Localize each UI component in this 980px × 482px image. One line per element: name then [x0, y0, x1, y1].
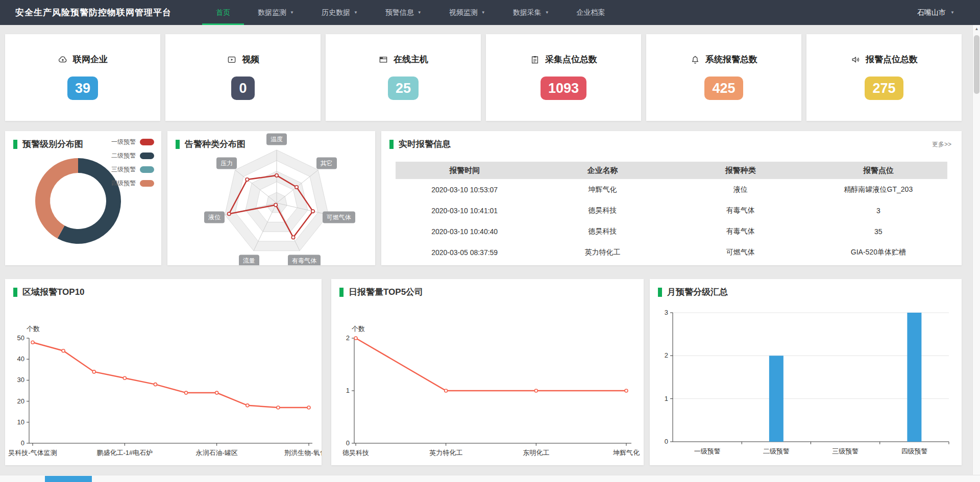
stat-card-online-hosts: 在线主机25 — [326, 34, 481, 121]
panel-title-text: 预警级别分布图 — [22, 138, 83, 150]
nav-menu: 首页数据监测▼历史数据▼预警信息▼视频监测▼数据采集▼企业档案 — [202, 0, 619, 25]
vertical-scrollbar-thumb[interactable] — [974, 35, 979, 94]
nav-item-label: 数据监测 — [258, 8, 286, 17]
more-link[interactable]: 更多>> — [932, 140, 951, 149]
nav-item-enterprise-archive[interactable]: 企业档案 — [563, 0, 619, 25]
radar-axis-label: 流量 — [239, 255, 259, 265]
panel-title-text: 月预警分级汇总 — [667, 286, 728, 298]
alarm-row[interactable]: 2020-03-10 10:53:07坤辉气化液位精醇南罐液位GT_203 — [396, 179, 947, 200]
chevron-down-icon: ▼ — [290, 10, 294, 15]
title-accent-bar — [658, 288, 662, 297]
svg-text:个数: 个数 — [27, 325, 40, 333]
legend-label: 一级预警 — [111, 138, 136, 146]
monthly-summary-bar-chart[interactable]: 0123一级预警二级预警三级预警四级预警 — [650, 279, 962, 465]
daily-top5-line-chart[interactable]: 个数012德昊科技英力特化工东明化工坤辉气化 — [331, 279, 644, 465]
stat-card-system-alarms-total: 系统报警总数425 — [646, 34, 801, 121]
stat-card-title: 视频 — [165, 34, 321, 65]
horizontal-scrollbar[interactable] — [0, 475, 980, 482]
panel-region-top10: 区域报警TOP10 个数01020304050昊科技-气体监测鹏盛化工-1#电石… — [5, 279, 322, 465]
svg-text:昊科技-气体监测: 昊科技-气体监测 — [8, 449, 57, 456]
stat-card-value: 39 — [67, 77, 98, 100]
panel-title: 预警级别分布图 — [13, 138, 83, 150]
svg-text:二级预警: 二级预警 — [763, 447, 790, 455]
stat-card-value: 0 — [231, 77, 255, 100]
stat-card-label: 系统报警总数 — [705, 54, 757, 65]
stat-card-label: 联网企业 — [73, 54, 108, 65]
cell-point: 35 — [810, 227, 947, 236]
alarm-row[interactable]: 2020-03-05 08:37:59英力特化工可燃气体GIA-520单体贮槽 — [396, 242, 947, 263]
legend-item-4[interactable]: 四级预警 — [111, 176, 154, 190]
legend-item-2[interactable]: 二级预警 — [111, 149, 154, 163]
panel-title-text: 区域报警TOP10 — [22, 286, 85, 298]
svg-text:英力特化工: 英力特化工 — [429, 449, 462, 456]
svg-text:德昊科技: 德昊科技 — [342, 449, 369, 456]
chevron-down-icon: ▼ — [950, 10, 954, 15]
radar-axis-label: 温度 — [266, 134, 287, 145]
legend-label: 四级预警 — [111, 179, 136, 188]
stat-card-value: 1093 — [541, 77, 586, 100]
alarm-row[interactable]: 2020-03-10 10:40:40德昊科技有毒气体35 — [396, 221, 947, 242]
vertical-scrollbar[interactable]: ▲ — [972, 25, 980, 475]
chevron-down-icon: ▼ — [354, 10, 358, 15]
host-icon — [378, 55, 388, 65]
title-accent-bar — [339, 288, 344, 297]
svg-text:0: 0 — [665, 438, 668, 445]
cell-type: 有毒气体 — [672, 206, 810, 215]
radar-axis-label: 其它 — [316, 158, 337, 169]
title-accent-bar — [13, 140, 17, 149]
legend-label: 三级预警 — [111, 165, 136, 174]
nav-item-label: 预警信息 — [385, 8, 414, 17]
stat-card-online-enterprises: 联网企业39 — [5, 34, 160, 121]
svg-text:40: 40 — [17, 355, 24, 363]
panel-title: 实时报警信息 — [389, 138, 451, 150]
stat-card-alarm-points-total: 报警点位总数275 — [806, 34, 962, 121]
realtime-alarm-table: 报警时间企业名称报警种类报警点位2020-03-10 10:53:07坤辉气化液… — [396, 162, 947, 263]
stat-card-value: 275 — [865, 77, 903, 100]
panel-title-text: 告警种类分布图 — [185, 138, 246, 150]
radar-axis-label: 有毒气体 — [288, 255, 321, 265]
nav-item-home[interactable]: 首页 — [202, 0, 244, 25]
title-accent-bar — [389, 140, 394, 149]
chevron-down-icon: ▼ — [418, 10, 422, 15]
column-header-point: 报警点位 — [810, 166, 947, 175]
stat-card-videos: 视频0 — [165, 34, 321, 121]
cell-type: 有毒气体 — [672, 227, 810, 236]
radar-axis-label: 可燃气体 — [323, 211, 355, 223]
cell-time: 2020-03-10 10:53:07 — [396, 186, 533, 194]
legend-item-3[interactable]: 三级预警 — [111, 163, 154, 176]
cell-company: 德昊科技 — [533, 206, 671, 215]
scroll-up-icon[interactable]: ▲ — [973, 27, 980, 31]
horizontal-scrollbar-thumb[interactable] — [45, 476, 92, 482]
stat-card-label: 采集点位总数 — [545, 54, 597, 65]
svg-text:10: 10 — [17, 418, 24, 426]
nav-item-data-monitor[interactable]: 数据监测▼ — [244, 0, 308, 25]
svg-text:1: 1 — [665, 395, 668, 402]
panel-monthly-summary: 月预警分级汇总 0123一级预警二级预警三级预警四级预警 — [650, 279, 962, 465]
title-accent-bar — [13, 288, 17, 297]
svg-text:3: 3 — [665, 309, 668, 316]
svg-text:三级预警: 三级预警 — [832, 447, 859, 455]
region-top10-line-chart[interactable]: 个数01020304050昊科技-气体监测鹏盛化工-1#电石炉永润石油-罐区荆洪… — [5, 279, 322, 465]
nav-item-video-monitor[interactable]: 视频监测▼ — [435, 0, 499, 25]
chevron-down-icon: ▼ — [481, 10, 485, 15]
nav-item-data-collect[interactable]: 数据采集▼ — [499, 0, 563, 25]
nav-item-history-data[interactable]: 历史数据▼ — [308, 0, 372, 25]
svg-text:20: 20 — [17, 397, 24, 405]
cell-company: 德昊科技 — [533, 227, 671, 236]
column-header-time: 报警时间 — [396, 166, 533, 175]
legend-item-1[interactable]: 一级预警 — [111, 135, 154, 149]
alarm-row[interactable]: 2020-03-10 10:41:01德昊科技有毒气体3 — [396, 200, 947, 221]
svg-text:0: 0 — [346, 439, 350, 447]
region-label: 石嘴山市 — [917, 8, 946, 17]
nav-item-alert-info[interactable]: 预警信息▼ — [372, 0, 435, 25]
region-selector[interactable]: 石嘴山市 ▼ — [917, 0, 954, 25]
stat-card-label: 在线主机 — [394, 54, 428, 65]
legend-swatch — [140, 166, 154, 173]
legend-swatch — [140, 180, 154, 187]
cell-type: 可燃气体 — [672, 248, 810, 257]
panel-realtime-alarms: 实时报警信息 更多>> 报警时间企业名称报警种类报警点位2020-03-10 1… — [381, 131, 962, 265]
nav-item-label: 数据采集 — [513, 8, 542, 17]
svg-text:荆洪生物-氧化反: 荆洪生物-氧化反 — [284, 449, 322, 456]
svg-text:50: 50 — [17, 334, 24, 342]
svg-text:30: 30 — [17, 376, 24, 384]
